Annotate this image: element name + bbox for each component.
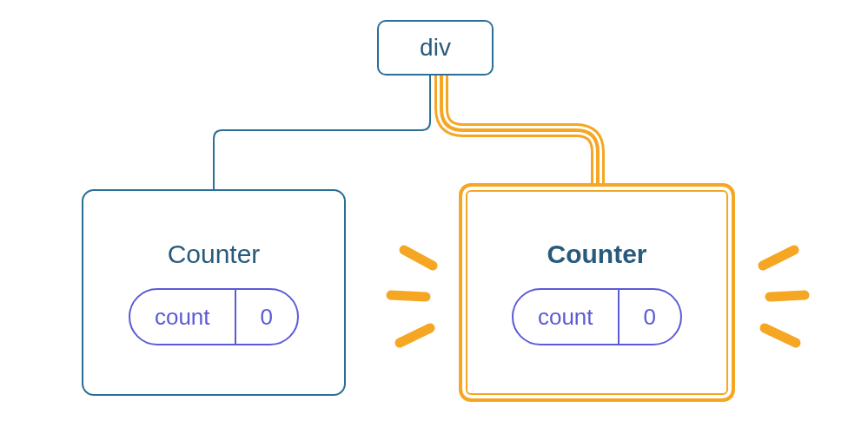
counter-title-left: Counter xyxy=(168,240,261,269)
sparks-right-left xyxy=(391,250,433,343)
svg-line-7 xyxy=(770,295,805,297)
counter-node-right: Counter count 0 xyxy=(459,183,735,402)
state-value-right: 0 xyxy=(620,290,680,344)
state-label-right: count xyxy=(514,290,620,344)
counter-node-left: Counter count 0 xyxy=(82,189,346,396)
state-value-left: 0 xyxy=(236,290,297,344)
svg-line-6 xyxy=(763,250,794,266)
sparks-left xyxy=(23,250,56,339)
svg-line-3 xyxy=(404,250,433,266)
root-label: div xyxy=(420,34,451,62)
state-pill-right: count 0 xyxy=(512,288,682,345)
svg-line-4 xyxy=(391,295,426,297)
connector-left xyxy=(214,76,430,189)
root-div-node: div xyxy=(377,20,494,76)
state-pill-left: count 0 xyxy=(129,288,299,345)
connector-right-inner xyxy=(441,76,598,183)
state-label-left: count xyxy=(130,290,236,344)
counter-title-right: Counter xyxy=(547,240,647,269)
svg-line-1 xyxy=(23,293,50,295)
connector-right-tube xyxy=(441,76,598,183)
svg-line-2 xyxy=(30,325,52,339)
svg-line-0 xyxy=(35,250,56,265)
svg-line-5 xyxy=(400,328,430,343)
connector-right-outer xyxy=(441,76,598,183)
sparks-right-right xyxy=(763,250,805,343)
svg-line-8 xyxy=(765,328,796,343)
